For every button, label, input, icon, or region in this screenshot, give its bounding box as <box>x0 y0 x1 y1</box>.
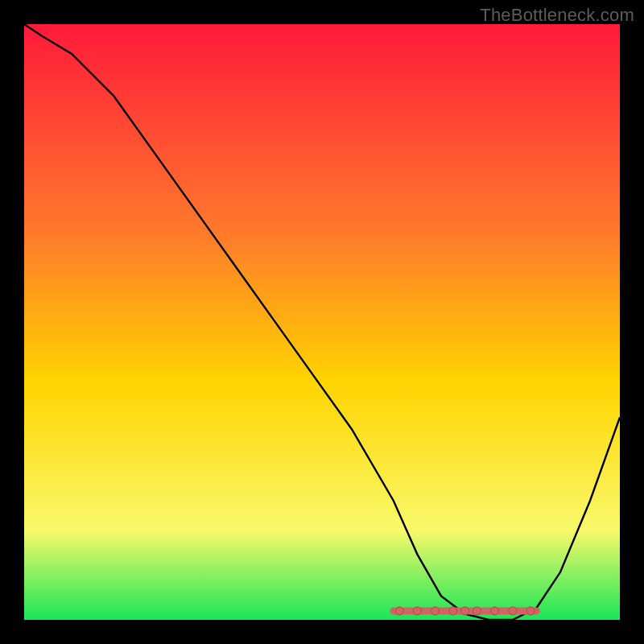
optimum-marker <box>473 607 481 615</box>
optimum-markers <box>395 607 535 615</box>
optimum-marker <box>509 607 517 615</box>
optimum-marker <box>413 607 421 615</box>
optimum-marker <box>449 607 457 615</box>
chart-container: TheBottleneck.com <box>0 0 644 644</box>
watermark-text: TheBottleneck.com <box>480 5 634 26</box>
optimum-marker <box>461 607 469 615</box>
optimum-marker <box>491 607 499 615</box>
gradient-background <box>24 24 620 620</box>
bottleneck-chart <box>24 24 620 620</box>
optimum-marker <box>431 607 440 615</box>
optimum-marker <box>526 607 535 615</box>
optimum-marker <box>395 607 403 615</box>
